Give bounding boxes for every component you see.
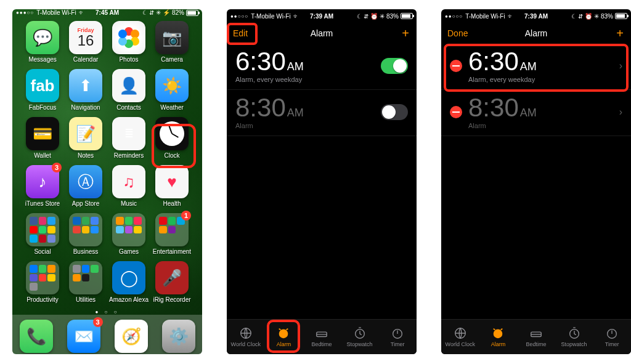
battery-pct: 82% (172, 9, 184, 16)
navbar-title: Alarm (311, 28, 333, 38)
folder-business[interactable]: Business (65, 213, 106, 255)
music-icon: ♫ (112, 165, 145, 198)
navbar-title: Alarm (525, 28, 548, 38)
tab-bedtime[interactable]: Bedtime (517, 320, 555, 354)
svg-point-6 (494, 330, 503, 339)
tabbar: World Clock Alarm Bedtime Stopwatch Time… (227, 319, 417, 354)
add-button[interactable]: + (402, 27, 409, 39)
alarm-row-edit[interactable]: 6:30AM Alarm, every weekday › (441, 44, 631, 90)
phone-home: ●●●○○ T-Mobile Wi-Fi ᯤ 7:45 AM ☾ ⇵ ✳ ⚡ 8… (12, 9, 202, 354)
folder-icon (112, 213, 145, 246)
folder-icon (26, 261, 59, 294)
alarm-toggle[interactable] (381, 104, 408, 120)
messages-icon: 💬 (26, 21, 59, 54)
safari-icon: 🧭 (115, 320, 148, 353)
signal-dots: ●●●○○ (16, 10, 34, 15)
mic-icon: 🎤 (155, 261, 189, 294)
dock: 📞Phone ✉️3Mail 🧭Safari ⚙️Settings (12, 315, 202, 354)
wifi-icon: ᯤ (508, 13, 514, 20)
app-appstore[interactable]: ⒶApp Store (65, 165, 106, 207)
delete-button[interactable] (450, 60, 462, 72)
app-music[interactable]: ♫Music (108, 165, 149, 207)
tab-bedtime[interactable]: Bedtime (303, 320, 341, 354)
clock-icon (155, 117, 189, 150)
alarm-row[interactable]: 8:30AM Alarm (227, 90, 417, 136)
app-irig[interactable]: 🎤iRig Recorder (152, 261, 192, 303)
entertainment-badge: 1 (181, 211, 191, 220)
app-photos[interactable]: Photos (108, 21, 149, 63)
app-calendar[interactable]: Friday16Calendar (65, 21, 106, 63)
chevron-right-icon: › (619, 60, 622, 71)
wallet-icon: 💳 (26, 117, 59, 150)
notes-icon: 📝 (69, 117, 102, 150)
photos-icon (112, 21, 145, 54)
reminders-icon: ≣ (112, 117, 145, 150)
folder-productivity[interactable]: Productivity (22, 261, 63, 303)
status-time: 7:45 AM (96, 9, 119, 16)
camera-icon: 📷 (155, 21, 189, 54)
wifi-icon: ᯤ (293, 13, 299, 20)
status-time: 7:39 AM (310, 13, 333, 20)
wifi-icon: ᯤ (79, 9, 85, 16)
tab-world-clock[interactable]: World Clock (441, 320, 479, 354)
app-notes[interactable]: 📝Notes (65, 117, 106, 159)
app-wallet[interactable]: 💳Wallet (22, 117, 63, 159)
folder-utilities[interactable]: Utilities (65, 261, 106, 303)
done-button[interactable]: Done (447, 28, 468, 38)
alarm-list: 6:30AM Alarm, every weekday 8:30AM Alarm (227, 44, 417, 319)
gear-icon: ⚙️ (162, 320, 195, 353)
home-grid: 💬Messages Friday16Calendar Photos 📷Camer… (12, 16, 202, 309)
app-fabfocus[interactable]: fabFabFocus (22, 69, 63, 111)
chevron-right-icon: › (619, 107, 622, 118)
battery-icon (186, 10, 198, 16)
folder-games[interactable]: Games (108, 213, 149, 255)
folder-icon (69, 261, 102, 294)
phone-icon: 📞 (20, 320, 53, 353)
tab-stopwatch[interactable]: Stopwatch (555, 320, 593, 354)
app-phone[interactable]: 📞Phone (16, 320, 57, 354)
app-reminders[interactable]: ≣Reminders (108, 117, 149, 159)
navbar: Done Alarm + (441, 23, 631, 44)
app-settings[interactable]: ⚙️Settings (158, 320, 199, 354)
folder-entertainment[interactable]: 1Entertainment (152, 213, 192, 255)
tab-world-clock[interactable]: World Clock (227, 320, 265, 354)
tab-alarm[interactable]: Alarm (265, 320, 303, 354)
app-mail[interactable]: ✉️3Mail (63, 320, 104, 354)
battery-icon (401, 13, 413, 19)
folder-icon (69, 213, 102, 246)
app-camera[interactable]: 📷Camera (152, 21, 192, 63)
app-messages[interactable]: 💬Messages (22, 21, 63, 63)
alarm-time: 6:30 (235, 47, 286, 76)
delete-button[interactable] (450, 106, 462, 118)
app-navigation[interactable]: ⬆Navigation (65, 69, 106, 111)
alarm-list: 6:30AM Alarm, every weekday › 8:30AM Ala… (441, 44, 631, 319)
tab-alarm[interactable]: Alarm (479, 320, 518, 354)
navigation-icon: ⬆ (69, 69, 102, 102)
app-health[interactable]: ♥Health (152, 165, 192, 207)
tab-stopwatch[interactable]: Stopwatch (341, 320, 379, 354)
navbar: Edit Alarm + (227, 23, 417, 44)
edit-button[interactable]: Edit (233, 28, 248, 38)
appstore-icon: Ⓐ (69, 165, 102, 198)
alarm-row[interactable]: 6:30AM Alarm, every weekday (227, 44, 417, 90)
app-weather[interactable]: ☀️Weather (152, 69, 192, 111)
health-icon: ♥ (155, 165, 189, 198)
app-safari[interactable]: 🧭Safari (111, 320, 152, 354)
tab-timer[interactable]: Timer (593, 320, 631, 354)
app-itunes[interactable]: ♪3iTunes Store (22, 165, 63, 207)
tab-timer[interactable]: Timer (378, 320, 417, 354)
alarm-toggle[interactable] (381, 58, 408, 74)
app-clock[interactable]: Clock (152, 117, 192, 159)
phone-alarm-edit: ●●○○○ T-Mobile Wi-Fi ᯤ 7:39 AM ☾ ⇵ ⏰ ✳83… (441, 9, 631, 354)
add-button[interactable]: + (616, 27, 624, 39)
phone-alarm-view: ●●○○○ T-Mobile Wi-Fi ᯤ 7:39 AM ☾ ⇵ ⏰ ✳83… (227, 9, 417, 354)
app-contacts[interactable]: 👤Contacts (108, 69, 149, 111)
tabbar: World Clock Alarm Bedtime Stopwatch Time… (441, 319, 631, 354)
status-time: 7:39 AM (524, 13, 548, 20)
fabfocus-icon: fab (26, 69, 59, 102)
page-indicator: ● ○ ○ (12, 309, 202, 315)
contacts-icon: 👤 (112, 69, 145, 102)
folder-social[interactable]: Social (22, 213, 63, 255)
alarm-row-edit[interactable]: 8:30AM Alarm › (441, 90, 631, 136)
app-alexa[interactable]: ◯Amazon Alexa (108, 261, 149, 303)
